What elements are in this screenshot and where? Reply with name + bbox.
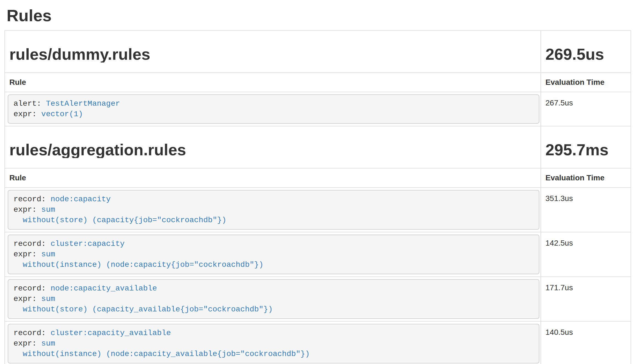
- group-file-cell: rules/dummy.rules: [5, 31, 541, 73]
- rule-link[interactable]: sum without(instance) (node:capacity_ava…: [13, 339, 310, 358]
- rule-link[interactable]: TestAlertManager: [46, 99, 120, 108]
- rule-link[interactable]: cluster:capacity: [50, 240, 125, 248]
- rules-page: Rules rules/dummy.rules269.5usRuleEvalua…: [0, 7, 638, 364]
- group-total-eval-time: 269.5us: [545, 46, 626, 63]
- rule-link[interactable]: vector(1): [41, 110, 83, 118]
- rule-keyword: expr:: [13, 250, 37, 259]
- rule-cell: record: node:capacity expr: sum without(…: [5, 188, 541, 232]
- rule-keyword: record:: [13, 195, 46, 203]
- column-header-row: RuleEvaluation Time: [5, 73, 631, 92]
- rule-row: record: node:capacity expr: sum without(…: [5, 188, 631, 232]
- rule-cell: record: cluster:capacity_available expr:…: [5, 321, 541, 364]
- rule-keyword: expr:: [13, 205, 37, 214]
- rule-eval-time: 142.5us: [541, 232, 631, 277]
- group-file-name: rules/aggregation.rules: [9, 141, 536, 158]
- rule-definition: record: cluster:capacity_available expr:…: [8, 324, 539, 363]
- rule-definition: record: cluster:capacity expr: sum witho…: [8, 235, 539, 274]
- group-total-time-cell: 295.7ms: [541, 126, 631, 168]
- rule-group: rules/dummy.rules269.5usRuleEvaluation T…: [5, 31, 631, 126]
- rule-column-header: Rule: [5, 168, 541, 188]
- eval-time-column-header: Evaluation Time: [541, 168, 631, 188]
- rule-link[interactable]: node:capacity_available: [50, 284, 157, 293]
- rule-keyword: record:: [13, 284, 46, 293]
- rule-keyword: record:: [13, 329, 46, 337]
- rule-cell: record: node:capacity_available expr: su…: [5, 277, 541, 321]
- rule-row: record: cluster:capacity expr: sum witho…: [5, 232, 631, 277]
- rule-link[interactable]: sum without(store) (capacity_available{j…: [13, 295, 273, 314]
- group-total-eval-time: 295.7ms: [545, 141, 626, 158]
- rule-keyword: expr:: [13, 295, 37, 303]
- rule-definition: record: node:capacity expr: sum without(…: [8, 190, 539, 230]
- rule-link[interactable]: sum without(store) (capacity{job="cockro…: [13, 205, 226, 224]
- group-file-cell: rules/aggregation.rules: [5, 126, 541, 168]
- rule-eval-time: 171.7us: [541, 277, 631, 321]
- rule-row: record: node:capacity_available expr: su…: [5, 277, 631, 321]
- rule-link[interactable]: node:capacity: [50, 195, 110, 203]
- rule-definition: record: node:capacity_available expr: su…: [8, 279, 539, 319]
- rules-table: rules/dummy.rules269.5usRuleEvaluation T…: [4, 30, 631, 364]
- rule-cell: record: cluster:capacity expr: sum witho…: [5, 232, 541, 277]
- eval-time-column-header: Evaluation Time: [541, 73, 631, 92]
- rule-column-header: Rule: [5, 73, 541, 92]
- group-total-time-cell: 269.5us: [541, 31, 631, 73]
- column-header-row: RuleEvaluation Time: [5, 168, 631, 188]
- page-title: Rules: [7, 7, 631, 25]
- group-file-name: rules/dummy.rules: [9, 46, 536, 63]
- rule-eval-time: 267.5us: [541, 92, 631, 126]
- rule-row: alert: TestAlertManager expr: vector(1)2…: [5, 92, 631, 126]
- rule-keyword: alert:: [13, 99, 41, 108]
- rule-keyword: expr:: [13, 339, 37, 348]
- rule-link[interactable]: sum without(instance) (node:capacity{job…: [13, 250, 263, 269]
- rule-group: rules/aggregation.rules295.7msRuleEvalua…: [5, 126, 631, 364]
- rule-eval-time: 351.3us: [541, 188, 631, 232]
- group-header-row: rules/aggregation.rules295.7ms: [5, 126, 631, 168]
- rule-row: record: cluster:capacity_available expr:…: [5, 321, 631, 364]
- rule-link[interactable]: cluster:capacity_available: [50, 329, 171, 337]
- rule-keyword: expr:: [13, 110, 37, 118]
- rule-definition: alert: TestAlertManager expr: vector(1): [8, 94, 539, 124]
- group-header-row: rules/dummy.rules269.5us: [5, 31, 631, 73]
- rule-keyword: record:: [13, 240, 46, 248]
- rule-cell: alert: TestAlertManager expr: vector(1): [5, 92, 541, 126]
- rule-eval-time: 140.5us: [541, 321, 631, 364]
